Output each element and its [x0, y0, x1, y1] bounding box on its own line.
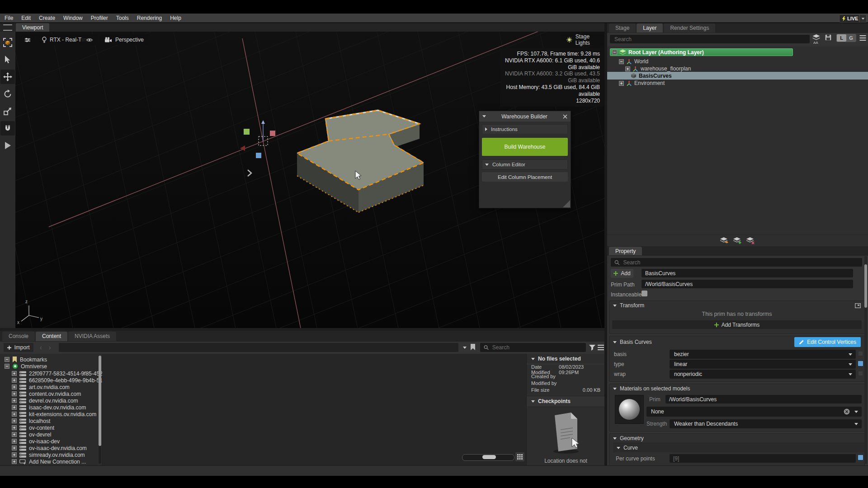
layer-row-basiscurves[interactable]: BasisCurves [607, 72, 868, 80]
collapse-icon[interactable] [531, 358, 535, 360]
menu-create[interactable]: Create [39, 15, 55, 21]
instanceable-checkbox[interactable] [642, 291, 647, 296]
layers-icon[interactable] [812, 34, 820, 40]
menu-rendering[interactable]: Rendering [137, 15, 162, 21]
tree-item-server[interactable]: ov-content [12, 424, 54, 431]
expand-icon[interactable] [485, 127, 487, 131]
thumbnail-size-slider[interactable] [462, 454, 514, 461]
prim-name-field[interactable]: BasisCurves [642, 269, 853, 277]
add-transforms-button[interactable]: Add Transforms [612, 320, 862, 329]
collapse-icon[interactable] [485, 164, 489, 166]
checkpoints-header[interactable]: Checkpoints [527, 396, 605, 406]
column-editor-section-header[interactable]: Column Editor [482, 160, 568, 169]
collapse-box[interactable] [5, 357, 9, 362]
expand-box[interactable] [12, 459, 17, 464]
collapse-box[interactable] [619, 59, 624, 64]
transfer-layer-icon[interactable] [720, 237, 729, 244]
menu-file[interactable]: File [5, 15, 13, 21]
material-prim-field[interactable]: /World/BasisCurves [665, 395, 862, 404]
basis-curves-header[interactable]: Basis Curves Edit Control Vertices [609, 336, 864, 348]
menu-edit[interactable]: Edit [21, 15, 31, 21]
tab-render-settings[interactable]: Render Settings [664, 23, 715, 33]
layer-row-warehouse-floorplan[interactable]: warehouse_floorplan [625, 65, 691, 72]
layer-row-environment[interactable]: Environment [619, 80, 665, 87]
scale-tool[interactable] [0, 104, 15, 118]
add-property-button[interactable]: Add [611, 269, 633, 278]
snap-tool[interactable] [0, 121, 15, 136]
expand-box[interactable] [12, 378, 17, 383]
layer-row-world[interactable]: World [619, 58, 648, 65]
expand-box[interactable] [12, 398, 17, 403]
expand-box[interactable] [12, 446, 17, 450]
expand-box[interactable] [12, 418, 17, 423]
tab-stage[interactable]: Stage [609, 23, 636, 33]
toggle-local[interactable]: L [837, 34, 846, 42]
expand-box[interactable] [12, 385, 17, 389]
edit-control-vertices-button[interactable]: Edit Control Vertices [794, 337, 861, 347]
camera-selector[interactable]: Perspective [99, 34, 149, 45]
property-search-input[interactable] [623, 259, 859, 266]
rotate-tool[interactable] [0, 87, 15, 101]
close-icon[interactable] [563, 114, 567, 119]
path-bar[interactable] [59, 343, 458, 352]
collapse-box[interactable] [612, 50, 617, 55]
prim-path-field[interactable]: /World/BasisCurves [642, 280, 853, 288]
tree-item-server[interactable]: 6628509e-4ebb-499e-9b4b-512ada1dc [12, 377, 103, 384]
expand-box[interactable] [625, 66, 630, 71]
grid-view-button[interactable] [515, 452, 524, 461]
tab-viewport[interactable]: Viewport [16, 23, 49, 32]
menu-window[interactable]: Window [63, 15, 83, 21]
options-menu-icon[interactable] [859, 35, 866, 41]
collapse-icon[interactable] [531, 400, 535, 403]
viewport-settings-button[interactable] [20, 34, 35, 45]
warehouse-builder-titlebar[interactable]: Warehouse Builder [479, 111, 571, 122]
tree-item-bookmarks[interactable]: Bookmarks [5, 356, 47, 363]
live-button[interactable]: LIVE [839, 14, 861, 23]
path-dropdown-icon[interactable] [463, 347, 467, 349]
collapse-icon[interactable] [482, 115, 486, 117]
tab-content[interactable]: Content [36, 332, 67, 341]
tree-item-server[interactable]: ov-isaac-dev [12, 438, 60, 445]
menu-profiler[interactable]: Profiler [91, 15, 108, 21]
tree-scrollbar[interactable] [99, 356, 101, 464]
gizmo-handle-blue[interactable] [256, 153, 261, 158]
save-icon[interactable] [825, 34, 831, 41]
nav-back-button[interactable]: ‹ [40, 344, 42, 351]
gizmo-handle-red[interactable] [270, 131, 275, 136]
menu-help[interactable]: Help [170, 15, 181, 21]
filter-icon[interactable] [589, 345, 595, 351]
local-global-toggle[interactable]: L G [836, 34, 856, 42]
collapse-icon[interactable] [613, 341, 617, 343]
property-scrollbar[interactable] [864, 256, 867, 464]
build-warehouse-button[interactable]: Build Warehouse [482, 138, 568, 156]
tree-item-server[interactable]: ov-isaac-dev.nvidia.com [12, 445, 87, 451]
tree-item-server[interactable]: kit-extensions.ov.nvidia.com [12, 411, 96, 418]
strength-dropdown[interactable]: Weaker than Descendants [670, 419, 862, 428]
curve-header[interactable]: Curve [613, 443, 864, 452]
play-button[interactable] [0, 138, 15, 153]
tree-item-add-connection[interactable]: Add New Connection ... [12, 458, 86, 465]
type-dropdown[interactable]: linear [670, 360, 856, 369]
layer-search[interactable] [610, 35, 810, 43]
tree-item-server[interactable]: isaac-dev.ov.nvidia.com [12, 404, 86, 411]
instructions-section-header[interactable]: Instructions [482, 124, 568, 134]
tree-item-server[interactable]: simready.ov.nvidia.com [12, 451, 85, 458]
toggle-global[interactable]: G [846, 34, 856, 42]
live-dropdown[interactable] [859, 14, 867, 23]
visibility-button[interactable] [81, 34, 98, 45]
wrap-dropdown[interactable]: nonperiodic [670, 370, 856, 379]
prim-select-tool[interactable] [0, 35, 15, 50]
layer-row-root[interactable]: Root Layer (Authoring Layer) [610, 48, 793, 56]
file-grid-area[interactable] [103, 354, 526, 465]
detach-icon[interactable] [855, 303, 861, 308]
content-search-input[interactable] [491, 344, 582, 351]
add-layer-icon[interactable] [733, 237, 742, 244]
material-thumbnail[interactable] [615, 395, 644, 424]
collapse-icon[interactable] [613, 388, 617, 390]
expand-box[interactable] [12, 371, 17, 376]
transform-header[interactable]: Transform [609, 301, 864, 310]
import-button[interactable]: Import [4, 343, 33, 352]
collapse-icon[interactable] [613, 437, 617, 440]
geometry-header[interactable]: Geometry [609, 434, 864, 443]
remove-layer-icon[interactable] [746, 237, 755, 244]
